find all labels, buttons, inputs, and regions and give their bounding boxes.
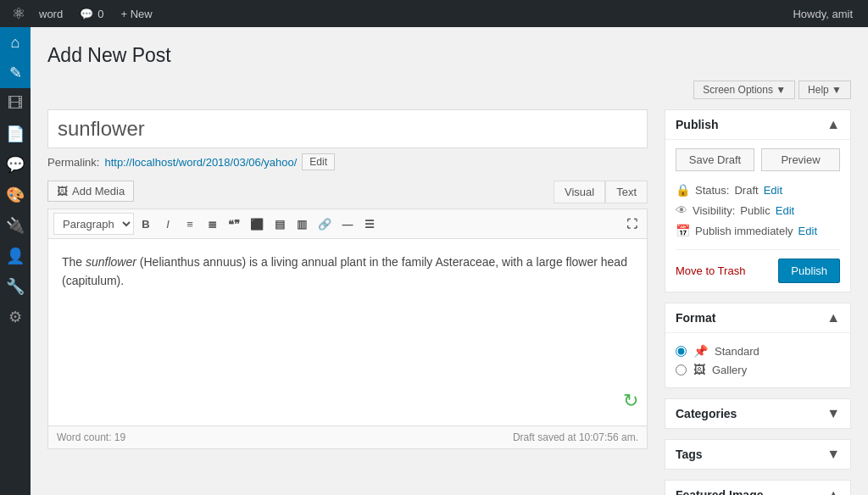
- publish-time-edit-link[interactable]: Edit: [798, 225, 817, 237]
- main-content: Add New Post Screen Options ▼ Help ▼ Per…: [31, 27, 868, 495]
- permalink-url[interactable]: http://localhost/word/2018/03/06/yahoo/: [104, 156, 297, 169]
- publish-box-content: Save Draft Preview 🔒 Status: Draft Edit …: [665, 140, 850, 292]
- align-center-button[interactable]: ▤: [270, 213, 290, 235]
- admin-bar: ⚛ word 💬 0 + New Howdy, amit: [0, 0, 868, 27]
- publish-footer: Move to Trash Publish: [676, 249, 840, 283]
- tab-text[interactable]: Text: [605, 181, 648, 203]
- format-option-gallery: 🖼 Gallery: [676, 360, 840, 379]
- help-button[interactable]: Help ▼: [798, 81, 851, 99]
- status-value: Draft: [734, 184, 758, 197]
- sidebar-item-appearance[interactable]: 🎨: [0, 180, 31, 210]
- status-icon: 🔒: [676, 183, 690, 197]
- sidebar-item-media[interactable]: 🎞: [0, 88, 31, 119]
- visibility-edit-link[interactable]: Edit: [776, 204, 794, 217]
- visibility-value: Public: [740, 204, 770, 217]
- format-box-header[interactable]: Format ▲: [665, 303, 850, 333]
- save-draft-button[interactable]: Save Draft: [676, 148, 754, 171]
- more-button[interactable]: —: [337, 213, 358, 235]
- format-standard-label[interactable]: Standard: [715, 345, 760, 358]
- publish-box: Publish ▲ Save Draft Preview 🔒 Status: D…: [665, 109, 851, 292]
- editor-toolbar: Paragraph B I ≡ ≣ ❝❞ ⬛ ▤ ▥ 🔗 — ☰: [48, 209, 647, 239]
- comments-nav-item[interactable]: 💬 0: [71, 8, 112, 20]
- featured-image-box-header[interactable]: Featured Image ▲: [665, 481, 850, 495]
- post-title-input[interactable]: [47, 109, 648, 148]
- publish-box-header[interactable]: Publish ▲: [665, 110, 850, 140]
- visibility-icon: 👁: [676, 203, 687, 217]
- page-title: Add New Post: [47, 44, 851, 67]
- align-right-button[interactable]: ▥: [292, 213, 312, 235]
- ordered-list-button[interactable]: ≣: [202, 213, 222, 235]
- publish-button[interactable]: Publish: [778, 259, 840, 283]
- format-select[interactable]: Paragraph: [53, 213, 134, 235]
- blockquote-button[interactable]: ❝❞: [224, 213, 244, 235]
- tags-toggle[interactable]: ▼: [826, 447, 840, 462]
- autosave-icon: ↻: [623, 386, 638, 415]
- editor-statusbar: Word count: 19 Draft saved at 10:07:56 a…: [48, 425, 647, 448]
- add-media-button[interactable]: 🖼 Add Media: [47, 181, 134, 202]
- italic-button[interactable]: I: [158, 213, 178, 235]
- wp-logo[interactable]: ⚛: [7, 0, 31, 27]
- format-box: Format ▲ 📌 Standard 🖼 Gallery: [665, 303, 851, 388]
- tab-visual[interactable]: Visual: [554, 181, 605, 203]
- align-left-button[interactable]: ⬛: [246, 213, 268, 235]
- sidebar-item-tools[interactable]: 🔧: [0, 271, 31, 302]
- draft-saved-status: Draft saved at 10:07:56 am.: [513, 431, 638, 443]
- fullscreen-button[interactable]: ⛶: [621, 213, 642, 235]
- link-button[interactable]: 🔗: [314, 213, 336, 235]
- new-nav-item[interactable]: + New: [112, 8, 160, 20]
- format-standard-icon: 📌: [693, 344, 708, 358]
- sidebar-item-plugins[interactable]: 🔌: [0, 210, 31, 241]
- howdy-text: Howdy, amit: [793, 8, 861, 20]
- bold-button[interactable]: B: [136, 213, 156, 235]
- categories-box: Categories ▼: [665, 398, 851, 429]
- admin-bar-right: Howdy, amit: [793, 8, 861, 20]
- postbox-container: Publish ▲ Save Draft Preview 🔒 Status: D…: [665, 109, 851, 495]
- featured-image-toggle[interactable]: ▲: [826, 487, 840, 495]
- wp-editor-container: Paragraph B I ≡ ≣ ❝❞ ⬛ ▤ ▥ 🔗 — ☰: [47, 209, 648, 449]
- sidebar-item-comments[interactable]: 💬: [0, 149, 31, 180]
- add-media-icon: 🖼: [57, 185, 68, 197]
- sidebar-item-users[interactable]: 👤: [0, 241, 31, 271]
- editor-content[interactable]: The sunflower (Helianthus annuus) is a l…: [48, 239, 647, 425]
- publish-actions: Save Draft Preview: [676, 148, 840, 171]
- permalink-label: Permalink:: [47, 156, 99, 169]
- categories-box-header[interactable]: Categories ▼: [665, 399, 850, 428]
- format-box-title: Format: [676, 311, 715, 325]
- permalink-edit-button[interactable]: Edit: [302, 153, 335, 170]
- move-to-trash-link[interactable]: Move to Trash: [676, 264, 745, 277]
- format-option-standard: 📌 Standard: [676, 342, 840, 360]
- sidebar-item-posts[interactable]: ✎: [0, 58, 31, 88]
- add-media-row: 🖼 Add Media Visual Text: [47, 181, 648, 202]
- categories-toggle[interactable]: ▼: [826, 406, 840, 421]
- publish-toggle[interactable]: ▲: [826, 117, 840, 132]
- visibility-label: Visibility:: [693, 204, 735, 217]
- featured-image-box: Featured Image ▲ Set featured image: [665, 480, 851, 495]
- format-gallery-icon: 🖼: [693, 363, 705, 376]
- screen-options-bar: Screen Options ▼ Help ▼: [47, 81, 851, 99]
- toolbar-toggle-button[interactable]: ☰: [359, 213, 380, 235]
- tags-box: Tags ▼: [665, 439, 851, 470]
- permalink-row: Permalink: http://localhost/word/2018/03…: [47, 153, 648, 170]
- unordered-list-button[interactable]: ≡: [180, 213, 200, 235]
- format-standard-radio[interactable]: [676, 346, 687, 357]
- format-box-content: 📌 Standard 🖼 Gallery: [665, 333, 850, 387]
- categories-box-title: Categories: [676, 407, 737, 420]
- tags-box-header[interactable]: Tags ▼: [665, 440, 850, 469]
- site-name[interactable]: word: [31, 8, 71, 20]
- screen-options-button[interactable]: Screen Options ▼: [693, 81, 795, 99]
- format-toggle[interactable]: ▲: [826, 310, 840, 325]
- format-gallery-radio[interactable]: [676, 364, 687, 375]
- format-gallery-label[interactable]: Gallery: [712, 364, 747, 376]
- sidebar-item-dashboard[interactable]: ⌂: [0, 27, 31, 58]
- status-label: Status:: [695, 184, 729, 197]
- featured-image-box-title: Featured Image: [676, 488, 763, 495]
- publish-time-label: Publish immediately: [695, 225, 793, 237]
- status-edit-link[interactable]: Edit: [764, 184, 782, 197]
- calendar-icon: 📅: [676, 224, 690, 237]
- preview-button[interactable]: Preview: [761, 148, 840, 171]
- sidebar-item-settings[interactable]: ⚙: [0, 302, 31, 332]
- post-editor-main: Permalink: http://localhost/word/2018/03…: [47, 109, 648, 449]
- fullscreen-icon: ⛶: [626, 218, 637, 231]
- sidebar-item-pages[interactable]: 📄: [0, 119, 31, 149]
- publish-info: 🔒 Status: Draft Edit 👁 Visibility: Publi…: [676, 180, 840, 241]
